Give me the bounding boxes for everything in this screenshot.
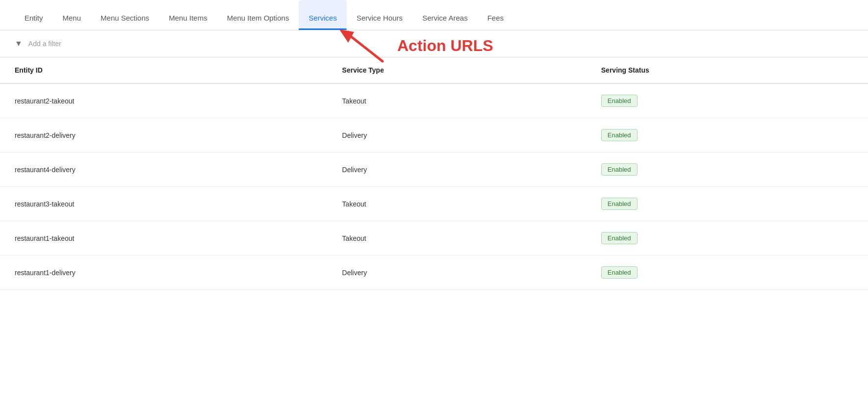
cell-serving-status: Enabled [587,153,868,187]
tab-service-hours[interactable]: Service Hours [347,0,412,30]
tab-menu[interactable]: Menu [53,0,91,30]
cell-service-type: Takeout [328,187,587,221]
cell-service-type: Takeout [328,83,587,118]
cell-serving-status: Enabled [587,83,868,118]
tabs-and-annotation: EntityMenuMenu SectionsMenu ItemsMenu It… [0,0,868,30]
table-header: Entity IDService TypeServing Status [0,57,868,83]
cell-service-type: Delivery [328,153,587,187]
status-badge: Enabled [601,198,638,210]
table-body: restaurant2-takeoutTakeoutEnabledrestaur… [0,83,868,290]
cell-serving-status: Enabled [587,187,868,221]
tab-nav: EntityMenuMenu SectionsMenu ItemsMenu It… [0,0,868,30]
cell-serving-status: Enabled [587,118,868,153]
tab-services[interactable]: Services [299,0,347,30]
filter-icon: ▼ [15,39,23,48]
column-header-serving_status: Serving Status [587,57,868,83]
tab-menu-item-options[interactable]: Menu Item Options [217,0,299,30]
cell-entity-id: restaurant1-takeout [0,221,328,256]
cell-entity-id: restaurant2-delivery [0,118,328,153]
table-row[interactable]: restaurant3-takeoutTakeoutEnabled [0,187,868,221]
table-row[interactable]: restaurant1-takeoutTakeoutEnabled [0,221,868,256]
filter-text: Add a filter [28,40,61,48]
filter-bar[interactable]: ▼ Add a filter [0,30,868,57]
status-badge: Enabled [601,95,638,107]
cell-service-type: Delivery [328,256,587,290]
cell-serving-status: Enabled [587,221,868,256]
cell-entity-id: restaurant3-takeout [0,187,328,221]
table-row[interactable]: restaurant2-takeoutTakeoutEnabled [0,83,868,118]
tab-service-areas[interactable]: Service Areas [412,0,478,30]
tab-menu-sections[interactable]: Menu Sections [91,0,159,30]
cell-service-type: Delivery [328,118,587,153]
status-badge: Enabled [601,266,638,279]
tab-fees[interactable]: Fees [478,0,513,30]
tab-entity[interactable]: Entity [15,0,53,30]
column-header-service_type: Service Type [328,57,587,83]
tab-menu-items[interactable]: Menu Items [159,0,217,30]
page-wrapper: EntityMenuMenu SectionsMenu ItemsMenu It… [0,0,868,411]
table-header-row: Entity IDService TypeServing Status [0,57,868,83]
column-header-entity_id: Entity ID [0,57,328,83]
cell-serving-status: Enabled [587,256,868,290]
table-row[interactable]: restaurant1-deliveryDeliveryEnabled [0,256,868,290]
data-table: Entity IDService TypeServing Status rest… [0,57,868,290]
status-badge: Enabled [601,129,638,141]
status-badge: Enabled [601,163,638,176]
table-row[interactable]: restaurant2-deliveryDeliveryEnabled [0,118,868,153]
cell-entity-id: restaurant4-delivery [0,153,328,187]
cell-service-type: Takeout [328,221,587,256]
cell-entity-id: restaurant1-delivery [0,256,328,290]
status-badge: Enabled [601,232,638,244]
cell-entity-id: restaurant2-takeout [0,83,328,118]
table-row[interactable]: restaurant4-deliveryDeliveryEnabled [0,153,868,187]
